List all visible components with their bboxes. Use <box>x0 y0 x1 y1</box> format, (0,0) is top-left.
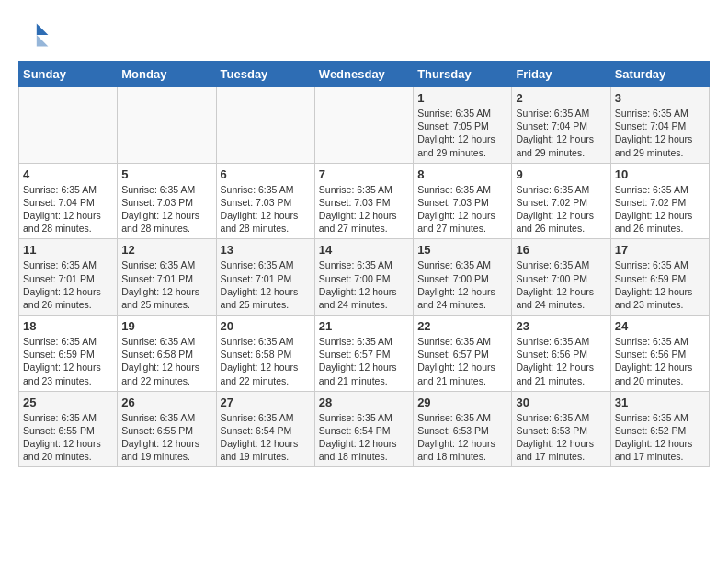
day-number: 15 <box>417 243 507 257</box>
day-info: Sunrise: 6:35 AM Sunset: 6:53 PM Dayligh… <box>417 411 507 464</box>
col-header-monday: Monday <box>118 62 216 87</box>
day-info: Sunrise: 6:35 AM Sunset: 7:00 PM Dayligh… <box>516 259 606 311</box>
day-number: 29 <box>417 396 507 409</box>
calendar-cell: 24Sunrise: 6:35 AM Sunset: 6:56 PM Dayli… <box>610 316 709 392</box>
day-info: Sunrise: 6:35 AM Sunset: 6:58 PM Dayligh… <box>121 335 211 387</box>
calendar-cell: 17Sunrise: 6:35 AM Sunset: 6:59 PM Dayli… <box>610 239 709 316</box>
week-row-3: 11Sunrise: 6:35 AM Sunset: 7:01 PM Dayli… <box>19 239 710 316</box>
day-info: Sunrise: 6:35 AM Sunset: 7:00 PM Dayligh… <box>319 259 409 311</box>
day-number: 1 <box>417 91 507 105</box>
day-number: 19 <box>121 319 211 333</box>
calendar-cell: 28Sunrise: 6:35 AM Sunset: 6:54 PM Dayli… <box>314 391 413 467</box>
calendar-cell: 2Sunrise: 6:35 AM Sunset: 7:04 PM Daylig… <box>512 87 610 164</box>
calendar-cell: 13Sunrise: 6:35 AM Sunset: 7:01 PM Dayli… <box>216 239 314 316</box>
calendar-cell: 21Sunrise: 6:35 AM Sunset: 6:57 PM Dayli… <box>314 316 413 392</box>
day-info: Sunrise: 6:35 AM Sunset: 6:56 PM Dayligh… <box>615 335 705 387</box>
day-number: 9 <box>516 167 606 181</box>
col-header-tuesday: Tuesday <box>216 62 314 87</box>
day-info: Sunrise: 6:35 AM Sunset: 7:01 PM Dayligh… <box>221 259 311 311</box>
calendar-cell: 4Sunrise: 6:35 AM Sunset: 7:04 PM Daylig… <box>19 163 118 239</box>
calendar-table: SundayMondayTuesdayWednesdayThursdayFrid… <box>18 61 710 467</box>
day-number: 28 <box>319 396 409 409</box>
day-number: 4 <box>23 167 113 181</box>
day-info: Sunrise: 6:35 AM Sunset: 7:03 PM Dayligh… <box>221 183 311 236</box>
week-row-1: 1Sunrise: 6:35 AM Sunset: 7:05 PM Daylig… <box>19 87 710 164</box>
calendar-cell: 20Sunrise: 6:35 AM Sunset: 6:58 PM Dayli… <box>216 316 314 392</box>
calendar-cell: 22Sunrise: 6:35 AM Sunset: 6:57 PM Dayli… <box>414 316 512 392</box>
day-number: 20 <box>221 319 311 333</box>
day-number: 25 <box>23 396 113 409</box>
calendar-cell <box>19 87 118 164</box>
calendar-cell: 12Sunrise: 6:35 AM Sunset: 7:01 PM Dayli… <box>118 239 216 316</box>
col-header-friday: Friday <box>512 62 610 87</box>
day-number: 2 <box>516 91 606 105</box>
svg-rect-2 <box>22 23 37 46</box>
calendar-cell: 31Sunrise: 6:35 AM Sunset: 6:52 PM Dayli… <box>610 391 709 467</box>
day-info: Sunrise: 6:35 AM Sunset: 6:54 PM Dayligh… <box>221 411 311 464</box>
day-info: Sunrise: 6:35 AM Sunset: 7:04 PM Dayligh… <box>23 183 113 236</box>
calendar-cell: 23Sunrise: 6:35 AM Sunset: 6:56 PM Dayli… <box>512 316 610 392</box>
calendar-cell: 26Sunrise: 6:35 AM Sunset: 6:55 PM Dayli… <box>118 391 216 467</box>
calendar-cell: 15Sunrise: 6:35 AM Sunset: 7:00 PM Dayli… <box>414 239 512 316</box>
day-info: Sunrise: 6:35 AM Sunset: 6:55 PM Dayligh… <box>121 411 211 464</box>
logo <box>18 18 57 52</box>
day-info: Sunrise: 6:35 AM Sunset: 6:57 PM Dayligh… <box>319 335 409 387</box>
day-number: 5 <box>121 167 211 181</box>
calendar-cell <box>118 87 216 164</box>
day-number: 24 <box>615 319 705 333</box>
day-number: 3 <box>615 91 705 105</box>
day-info: Sunrise: 6:35 AM Sunset: 6:54 PM Dayligh… <box>319 411 409 464</box>
calendar-header-row: SundayMondayTuesdayWednesdayThursdayFrid… <box>19 62 710 87</box>
day-info: Sunrise: 6:35 AM Sunset: 7:03 PM Dayligh… <box>417 183 507 236</box>
day-number: 11 <box>23 243 113 257</box>
svg-marker-1 <box>37 35 49 47</box>
day-number: 13 <box>221 243 311 257</box>
calendar-cell: 6Sunrise: 6:35 AM Sunset: 7:03 PM Daylig… <box>216 163 314 239</box>
page-header <box>18 18 710 52</box>
week-row-2: 4Sunrise: 6:35 AM Sunset: 7:04 PM Daylig… <box>19 163 710 239</box>
day-info: Sunrise: 6:35 AM Sunset: 7:02 PM Dayligh… <box>516 183 606 236</box>
calendar-cell: 9Sunrise: 6:35 AM Sunset: 7:02 PM Daylig… <box>512 163 610 239</box>
calendar-cell <box>216 87 314 164</box>
day-info: Sunrise: 6:35 AM Sunset: 6:55 PM Dayligh… <box>23 411 113 464</box>
day-number: 17 <box>615 243 705 257</box>
day-info: Sunrise: 6:35 AM Sunset: 6:58 PM Dayligh… <box>221 335 311 387</box>
day-info: Sunrise: 6:35 AM Sunset: 7:02 PM Dayligh… <box>615 183 705 236</box>
logo-icon <box>18 18 51 52</box>
day-info: Sunrise: 6:35 AM Sunset: 6:53 PM Dayligh… <box>516 411 606 464</box>
day-number: 10 <box>615 167 705 181</box>
day-number: 18 <box>23 319 113 333</box>
calendar-cell: 29Sunrise: 6:35 AM Sunset: 6:53 PM Dayli… <box>414 391 512 467</box>
day-number: 21 <box>319 319 409 333</box>
calendar-cell: 1Sunrise: 6:35 AM Sunset: 7:05 PM Daylig… <box>414 87 512 164</box>
col-header-thursday: Thursday <box>414 62 512 87</box>
calendar-cell: 19Sunrise: 6:35 AM Sunset: 6:58 PM Dayli… <box>118 316 216 392</box>
calendar-cell <box>314 87 413 164</box>
day-info: Sunrise: 6:35 AM Sunset: 7:04 PM Dayligh… <box>516 107 606 159</box>
week-row-4: 18Sunrise: 6:35 AM Sunset: 6:59 PM Dayli… <box>19 316 710 392</box>
day-info: Sunrise: 6:35 AM Sunset: 7:05 PM Dayligh… <box>417 107 507 159</box>
day-info: Sunrise: 6:35 AM Sunset: 6:57 PM Dayligh… <box>417 335 507 387</box>
day-info: Sunrise: 6:35 AM Sunset: 6:56 PM Dayligh… <box>516 335 606 387</box>
day-info: Sunrise: 6:35 AM Sunset: 6:59 PM Dayligh… <box>615 259 705 311</box>
calendar-cell: 14Sunrise: 6:35 AM Sunset: 7:00 PM Dayli… <box>314 239 413 316</box>
svg-marker-0 <box>37 23 49 35</box>
day-number: 30 <box>516 396 606 409</box>
day-info: Sunrise: 6:35 AM Sunset: 7:00 PM Dayligh… <box>417 259 507 311</box>
calendar-cell: 11Sunrise: 6:35 AM Sunset: 7:01 PM Dayli… <box>19 239 118 316</box>
day-info: Sunrise: 6:35 AM Sunset: 6:52 PM Dayligh… <box>615 411 705 464</box>
calendar-cell: 18Sunrise: 6:35 AM Sunset: 6:59 PM Dayli… <box>19 316 118 392</box>
day-info: Sunrise: 6:35 AM Sunset: 7:01 PM Dayligh… <box>121 259 211 311</box>
day-info: Sunrise: 6:35 AM Sunset: 7:03 PM Dayligh… <box>121 183 211 236</box>
col-header-saturday: Saturday <box>610 62 709 87</box>
col-header-sunday: Sunday <box>19 62 118 87</box>
day-number: 27 <box>221 396 311 409</box>
day-number: 12 <box>121 243 211 257</box>
calendar-cell: 27Sunrise: 6:35 AM Sunset: 6:54 PM Dayli… <box>216 391 314 467</box>
day-info: Sunrise: 6:35 AM Sunset: 7:03 PM Dayligh… <box>319 183 409 236</box>
day-number: 26 <box>121 396 211 409</box>
day-info: Sunrise: 6:35 AM Sunset: 6:59 PM Dayligh… <box>23 335 113 387</box>
calendar-cell: 25Sunrise: 6:35 AM Sunset: 6:55 PM Dayli… <box>19 391 118 467</box>
day-info: Sunrise: 6:35 AM Sunset: 7:04 PM Dayligh… <box>615 107 705 159</box>
day-number: 23 <box>516 319 606 333</box>
